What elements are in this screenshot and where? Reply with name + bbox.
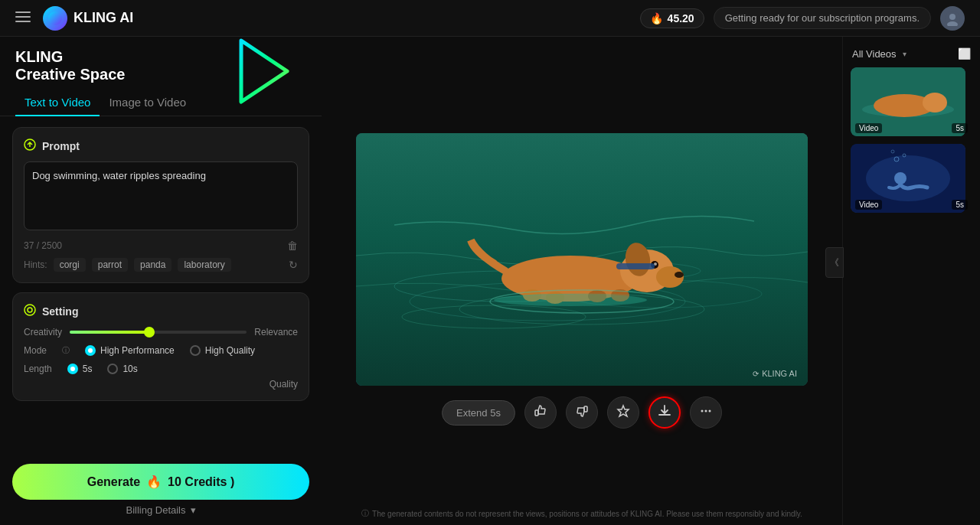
svg-point-41 [923,93,947,112]
creativity-slider[interactable] [70,331,247,334]
hint-laboratory[interactable]: laboratory [178,258,230,272]
svg-point-35 [701,410,703,412]
mode-high-performance[interactable]: High Performance [85,345,175,356]
hint-corgi[interactable]: corgi [54,258,86,272]
logo-text: KLING AI [74,10,133,26]
thumb-2-label: Video [855,200,882,210]
creativity-slider-row: Creativity Relevance [24,327,298,338]
avatar[interactable] [940,6,965,31]
credits-badge[interactable]: 🔥 45.20 [640,8,704,28]
length-label: Length [24,364,52,374]
svg-point-37 [708,410,710,412]
radio-high-quality [190,345,201,356]
radio-10s [107,364,118,374]
extend-button[interactable]: Extend 5s [442,400,515,426]
chevron-down-icon[interactable]: ▾ [903,50,906,58]
mode-info-icon: ⓘ [62,345,70,356]
header-right: 🔥 45.20 Getting ready for our subscripti… [640,6,965,31]
generate-area: Generate 🔥 10 Credits ) Billing Details … [0,456,322,525]
svg-point-9 [24,305,35,315]
video-controls: Extend 5s [356,396,808,429]
prompt-textarea[interactable] [24,161,298,230]
length-row: Length 5s 10s [24,364,298,374]
sidebar: KLING Creative Space Text to [0,37,322,525]
thumb-1-label: Video [855,123,882,133]
play-decoration-icon [230,37,291,109]
more-options-button[interactable] [690,396,722,429]
menu-icon[interactable] [15,9,31,28]
collapse-panel-button[interactable]: 《 [825,247,844,278]
like-button[interactable] [524,396,557,429]
dislike-button[interactable] [566,396,598,429]
radio-5s [67,364,78,374]
sidebar-body: Prompt // We'll set the textarea value a… [0,127,322,456]
svg-rect-33 [584,406,587,412]
prompt-card: Prompt // We'll set the textarea value a… [12,127,309,283]
billing-chevron-icon: ▾ [191,504,196,516]
svg-point-28 [494,294,647,306]
billing-details-row[interactable]: Billing Details ▾ [12,500,309,519]
all-videos-label[interactable]: All Videos [852,48,897,60]
hint-panda[interactable]: panda [134,258,172,272]
mode-hp-label: High Performance [100,345,175,356]
thumbnail-1[interactable]: Video 5s [851,67,972,136]
generate-label: Generate [87,475,140,489]
credits-text: 10 Credits ) [168,475,234,489]
length-10s-label: 10s [122,364,137,374]
header: KLING AI 🔥 45.20 Getting ready for our s… [0,0,980,37]
setting-card: Setting Creativity Relevance Mode ⓘ [12,292,309,401]
right-panel: All Videos ▾ ⬜ [842,37,980,525]
watermark-text: KLING AI [762,369,797,378]
tab-text-to-video[interactable]: Text to Video [15,90,100,116]
fire-icon: 🔥 [146,474,162,489]
setting-icon [24,304,36,319]
expand-icon[interactable]: ⬜ [958,47,971,60]
generate-button[interactable]: Generate 🔥 10 Credits ) [12,464,309,500]
thumb-2-duration: 5s [952,200,968,210]
credits-number: 45.20 [668,12,694,24]
svg-rect-1 [15,16,31,18]
video-area: ⟳ KLING AI Extend 5s [322,37,842,525]
char-count: 37 / 2500 [24,240,62,251]
quality-label: Quality [270,379,298,390]
video-container: ⟳ KLING AI Extend 5s [356,133,808,429]
hint-parrot[interactable]: parrot [92,258,128,272]
mode-high-quality[interactable]: High Quality [190,345,255,356]
logo-area: KLING AI [43,6,640,31]
svg-marker-34 [618,406,629,416]
delete-icon[interactable]: 🗑 [287,240,298,252]
dislike-icon [575,404,589,421]
svg-marker-7 [241,41,287,102]
tab-image-to-video[interactable]: Image to Video [100,90,195,116]
radio-high-performance [85,345,96,356]
length-10s[interactable]: 10s [107,364,137,374]
mode-label: Mode [24,345,47,356]
video-placeholder [356,133,808,386]
main-content: KLING Creative Space Text to [0,37,980,525]
prompt-footer: 37 / 2500 🗑 [24,240,298,252]
star-icon [616,404,630,421]
setting-label: Setting [42,305,78,318]
billing-label: Billing Details [126,504,185,516]
thumbnail-2[interactable]: Video 5s [851,144,972,213]
info-icon: ⓘ [361,508,369,519]
svg-point-3 [48,11,62,25]
svg-rect-0 [15,11,31,13]
download-icon [658,404,671,421]
length-5s[interactable]: 5s [67,364,93,374]
creativity-label: Creativity [24,327,62,338]
refresh-hints-icon[interactable]: ↻ [289,259,298,271]
length-5s-label: 5s [83,364,93,374]
like-icon [534,404,547,421]
mode-hq-label: High Quality [205,345,255,356]
footer-notice: ⓘ The generated contents do not represen… [361,508,802,519]
watermark-icon: ⟳ [753,370,759,378]
svg-point-20 [675,272,684,278]
thumb-1-duration: 5s [952,123,968,133]
setting-header: Setting [24,304,298,319]
favorite-button[interactable] [607,396,639,429]
svg-point-5 [949,14,956,20]
svg-rect-32 [535,410,538,416]
download-button[interactable] [648,396,681,429]
chevron-left-icon: 《 [830,256,839,269]
